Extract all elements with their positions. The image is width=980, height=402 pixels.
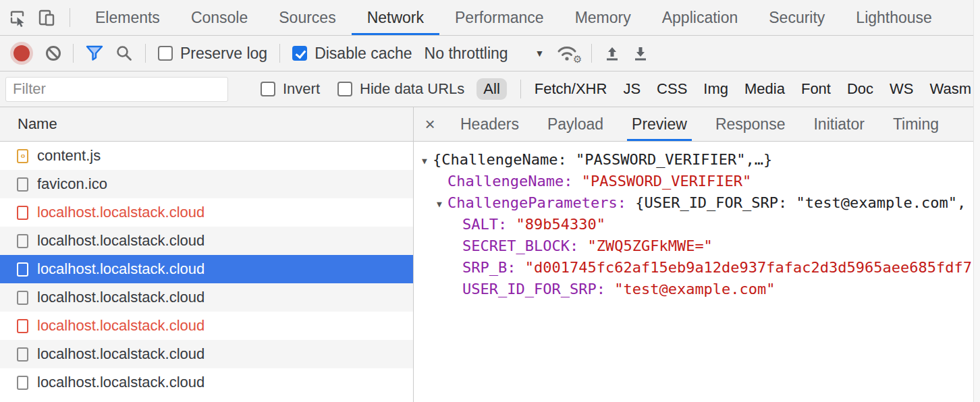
detail-tab-bar: × HeadersPayloadPreviewResponseInitiator… <box>414 107 980 142</box>
tab-memory[interactable]: Memory <box>560 0 647 35</box>
tab-lighthouse[interactable]: Lighthouse <box>840 0 948 35</box>
json-plain: {USER_ID_FOR_SRP: "test@example.com", <box>635 194 966 211</box>
request-name: favicon.ico <box>37 175 107 193</box>
request-row[interactable]: localhost.localstack.cloud <box>0 198 413 227</box>
detail-tab-preview[interactable]: Preview <box>618 107 701 141</box>
request-row[interactable]: favicon.ico <box>0 170 413 198</box>
json-tree-line[interactable]: ▼{ChallengeName: "PASSWORD_VERIFIER",…} <box>422 149 980 171</box>
tab-console[interactable]: Console <box>175 0 263 35</box>
inspect-element-icon[interactable] <box>8 9 26 27</box>
filter-type-wasm[interactable]: Wasm <box>930 80 972 98</box>
filter-type-font[interactable]: Font <box>801 80 831 98</box>
clear-requests-icon[interactable] <box>46 46 61 61</box>
invert-checkbox[interactable] <box>261 82 275 96</box>
request-row[interactable]: ‹›content.js <box>0 142 413 170</box>
json-key: USER_ID_FOR_SRP: <box>462 281 614 297</box>
toolbar-separator <box>70 8 70 27</box>
close-icon[interactable]: × <box>414 107 446 141</box>
request-name: localhost.localstack.cloud <box>37 345 205 363</box>
network-main-area: Name ‹›content.jsfavicon.icolocalhost.lo… <box>0 107 980 402</box>
json-tree-line[interactable]: ChallengeName: "PASSWORD_VERIFIER" <box>422 171 980 192</box>
tab-application[interactable]: Application <box>647 0 754 35</box>
json-key: ChallengeParameters: <box>447 194 635 211</box>
detail-tab-initiator[interactable]: Initiator <box>799 107 878 141</box>
json-tree-line[interactable]: USER_ID_FOR_SRP: "test@example.com" <box>422 279 980 300</box>
json-tree-line[interactable]: SALT: "89b54330" <box>422 214 980 235</box>
document-file-icon <box>17 206 28 220</box>
request-row[interactable]: localhost.localstack.cloud <box>0 227 413 255</box>
document-file-icon <box>17 319 28 333</box>
filter-input[interactable] <box>5 77 228 102</box>
request-detail-panel: × HeadersPayloadPreviewResponseInitiator… <box>414 107 980 402</box>
request-row[interactable]: localhost.localstack.cloud <box>0 368 413 397</box>
request-name: localhost.localstack.cloud <box>37 374 205 391</box>
filter-separator <box>520 80 521 98</box>
json-plain: {ChallengeName: "PASSWORD_VERIFIER",…} <box>433 151 772 168</box>
filter-type-doc[interactable]: Doc <box>847 80 873 98</box>
disable-cache-checkbox[interactable] <box>292 46 307 61</box>
name-column-label: Name <box>18 115 57 133</box>
json-tree-line[interactable]: SRP_B: "d001745fc62af15eb9a12de937fafac2… <box>422 257 980 279</box>
disable-cache-control[interactable]: Disable cache <box>292 45 412 63</box>
request-type-filters: AllFetch/XHRJSCSSImgMediaFontDocWSWasmMa… <box>477 78 980 100</box>
request-row[interactable]: localhost.localstack.cloud <box>0 283 413 312</box>
request-name: content.js <box>37 147 101 165</box>
record-button[interactable] <box>13 45 30 61</box>
preserve-log-label: Preserve log <box>180 45 267 63</box>
detail-tab-timing[interactable]: Timing <box>879 107 953 141</box>
network-filter-bar: Invert Hide data URLs AllFetch/XHRJSCSSI… <box>0 71 980 107</box>
filter-type-css[interactable]: CSS <box>657 80 687 98</box>
preserve-log-checkbox[interactable] <box>158 46 173 61</box>
filter-type-all[interactable]: All <box>477 78 506 100</box>
filter-type-img[interactable]: Img <box>703 80 728 98</box>
detail-tab-payload[interactable]: Payload <box>533 107 618 141</box>
export-har-icon[interactable] <box>632 45 649 61</box>
toolbar-separator <box>73 44 74 63</box>
device-toolbar-icon[interactable] <box>37 8 56 27</box>
search-icon[interactable] <box>115 45 133 62</box>
gear-icon: ⚙ <box>573 53 582 65</box>
request-row[interactable]: localhost.localstack.cloud <box>0 255 413 283</box>
filter-type-js[interactable]: JS <box>623 80 641 98</box>
json-tree-line[interactable]: SECRET_BLOCK: "ZWQ5ZGFkMWE=" <box>422 235 980 257</box>
preserve-log-control[interactable]: Preserve log <box>158 45 267 63</box>
request-list-panel: Name ‹›content.jsfavicon.icolocalhost.lo… <box>0 107 414 402</box>
json-tree-line[interactable]: ▼ChallengeParameters: {USER_ID_FOR_SRP: … <box>422 192 980 214</box>
hide-data-urls-control[interactable]: Hide data URLs <box>337 80 464 98</box>
network-conditions-icon[interactable]: ⚙ <box>556 44 579 63</box>
filter-type-media[interactable]: Media <box>744 80 785 98</box>
request-row[interactable]: localhost.localstack.cloud <box>0 312 413 340</box>
tab-performance[interactable]: Performance <box>439 0 560 35</box>
json-string: "d001745fc62af15eb9a12de937fafac2d3d5965… <box>525 259 972 276</box>
expander-icon[interactable]: ▼ <box>437 194 447 215</box>
invert-control[interactable]: Invert <box>261 80 320 98</box>
scrollbar-gutter[interactable] <box>973 0 980 402</box>
json-string: "PASSWORD_VERIFIER" <box>582 173 752 190</box>
tab-network[interactable]: Network <box>352 0 439 35</box>
json-string: "ZWQ5ZGFkMWE=" <box>587 237 712 254</box>
request-row[interactable]: localhost.localstack.cloud <box>0 340 413 368</box>
throttling-value: No throttling <box>425 45 508 63</box>
expander-icon[interactable]: ▼ <box>422 150 433 172</box>
document-file-icon <box>17 347 28 362</box>
tab-elements[interactable]: Elements <box>80 0 175 35</box>
devtools-window: { "colors": { "accent_blue": "#1a73e8", … <box>0 0 980 402</box>
tab-security[interactable]: Security <box>753 0 840 35</box>
script-glyph: ‹› <box>21 152 25 160</box>
document-file-icon <box>17 234 28 248</box>
filter-toggle-icon[interactable] <box>86 45 103 61</box>
import-har-icon[interactable] <box>604 45 620 61</box>
chevron-down-icon: ▼ <box>535 48 545 59</box>
tab-sources[interactable]: Sources <box>263 0 351 35</box>
filter-type-ws[interactable]: WS <box>890 80 913 98</box>
detail-tab-response[interactable]: Response <box>701 107 800 141</box>
name-column-header[interactable]: Name <box>0 107 413 142</box>
request-name: localhost.localstack.cloud <box>37 260 205 278</box>
request-name: localhost.localstack.cloud <box>37 232 205 250</box>
json-key: SECRET_BLOCK: <box>462 237 587 254</box>
detail-tab-headers[interactable]: Headers <box>446 107 533 141</box>
hide-data-urls-checkbox[interactable] <box>337 82 352 96</box>
document-file-icon <box>17 291 28 305</box>
filter-type-fetch-xhr[interactable]: Fetch/XHR <box>535 80 607 98</box>
throttling-select[interactable]: No throttling ▼ <box>425 45 545 63</box>
